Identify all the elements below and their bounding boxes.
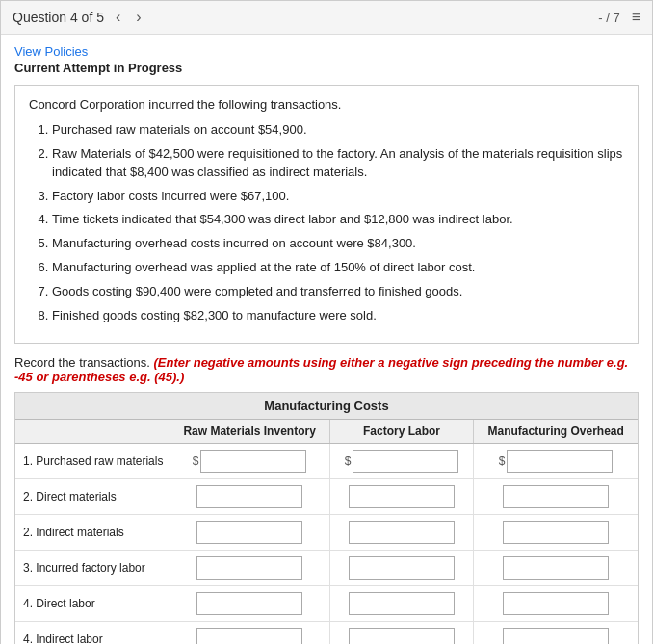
table-row: 2. Indirect materials: [15, 514, 638, 550]
input-cell: $: [474, 443, 638, 478]
input-cell: [329, 621, 474, 644]
list-item: Factory labor costs incurred were $67,10…: [52, 188, 624, 206]
amount-input[interactable]: [196, 592, 302, 615]
row-label: 2. Indirect materials: [15, 514, 170, 550]
instruction: Record the transactions. (Enter negative…: [14, 355, 639, 384]
input-cell: [170, 585, 329, 621]
list-item: Purchased raw materials on account $54,9…: [52, 121, 624, 140]
amount-input[interactable]: [349, 521, 455, 544]
row-label: 3. Incurred factory labor: [15, 550, 170, 585]
amount-input[interactable]: [503, 556, 609, 580]
list-item: Goods costing $90,400 were completed and…: [52, 283, 624, 301]
input-cell: [474, 585, 638, 621]
amount-input[interactable]: [503, 628, 609, 644]
col-header-factory-labor: Factory Labor: [329, 420, 474, 444]
amount-input[interactable]: [200, 450, 306, 473]
input-cell: [329, 550, 474, 585]
input-cell: [170, 550, 329, 585]
header: Question 4 of 5 ‹ › - / 7 ≡: [1, 1, 652, 35]
amount-input[interactable]: [196, 628, 302, 644]
amount-input[interactable]: [349, 628, 455, 644]
dollar-sign: $: [345, 454, 352, 468]
table-row: 2. Direct materials: [15, 478, 638, 514]
group-header: Manufacturing Costs: [15, 393, 638, 420]
dollar-sign: $: [499, 454, 506, 468]
col-header-manufacturing-overhead: Manufacturing Overhead: [474, 420, 638, 444]
list-item: Time tickets indicated that $54,300 was …: [52, 211, 624, 229]
input-cell: [170, 514, 329, 550]
input-cell: [474, 514, 638, 550]
list-item: Manufacturing overhead costs incurred on…: [52, 235, 624, 253]
list-item: Manufacturing overhead was applied at th…: [52, 259, 624, 277]
transactions-table: Raw Materials Inventory Factory Labor Ma…: [15, 420, 638, 644]
amount-input[interactable]: [196, 556, 302, 580]
table-row: 3. Incurred factory labor: [15, 550, 638, 585]
score-label: - / 7: [598, 11, 619, 25]
input-cell: [170, 478, 329, 514]
table-row: 1. Purchased raw materials$$$: [15, 443, 638, 478]
header-left: Question 4 of 5 ‹ ›: [13, 9, 145, 26]
input-cell: [329, 478, 474, 514]
table-row: 4. Indirect labor: [15, 621, 638, 644]
input-cell: $: [170, 443, 329, 478]
amount-input[interactable]: [349, 485, 455, 508]
amount-input[interactable]: [196, 485, 302, 508]
amount-input[interactable]: [503, 592, 609, 615]
header-right: - / 7 ≡: [598, 9, 640, 26]
col-header-raw-materials: Raw Materials Inventory: [170, 420, 329, 444]
amount-input[interactable]: [503, 521, 609, 544]
problem-intro: Concord Corporation incurred the followi…: [29, 97, 624, 112]
amount-input[interactable]: [196, 521, 302, 544]
col-header-label: [15, 420, 170, 444]
amount-input[interactable]: [507, 450, 613, 473]
attempt-label: Current Attempt in Progress: [14, 61, 639, 75]
list-item: Raw Materials of $42,500 were requisitio…: [52, 145, 624, 182]
nav-forward-button[interactable]: ›: [132, 9, 144, 26]
problem-list: Purchased raw materials on account $54,9…: [29, 121, 624, 325]
dollar-sign: $: [193, 454, 199, 468]
row-label: 2. Direct materials: [15, 478, 170, 514]
amount-input[interactable]: [349, 592, 455, 615]
amount-input[interactable]: [503, 485, 609, 508]
question-label: Question 4 of 5: [13, 10, 104, 25]
table-row: 4. Direct labor: [15, 585, 638, 621]
input-cell: [329, 585, 474, 621]
input-cell: [170, 621, 329, 644]
problem-box: Concord Corporation incurred the followi…: [14, 85, 639, 344]
row-label: 4. Indirect labor: [15, 621, 170, 644]
table-wrapper: Manufacturing Costs Raw Materials Invent…: [14, 392, 639, 644]
menu-icon[interactable]: ≡: [632, 9, 640, 26]
list-item: Finished goods costing $82,300 to manufa…: [52, 307, 624, 325]
row-label: 4. Direct labor: [15, 585, 170, 621]
row-label: 1. Purchased raw materials: [15, 443, 170, 478]
view-policies-link[interactable]: View Policies: [14, 44, 88, 59]
amount-input[interactable]: [353, 450, 458, 473]
input-cell: $: [329, 443, 474, 478]
input-cell: [474, 478, 638, 514]
content: View Policies Current Attempt in Progres…: [1, 35, 652, 644]
input-cell: [329, 514, 474, 550]
input-cell: [474, 621, 638, 644]
amount-input[interactable]: [349, 556, 455, 580]
nav-back-button[interactable]: ‹: [112, 9, 124, 26]
input-cell: [474, 550, 638, 585]
